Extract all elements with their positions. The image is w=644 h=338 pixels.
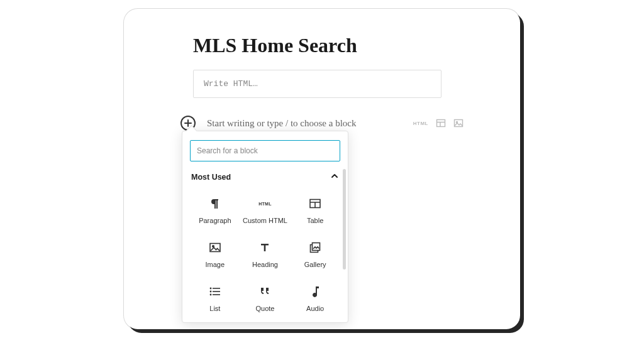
block-audio[interactable]: Audio [290, 277, 340, 320]
block-label: Paragraph [199, 217, 231, 224]
block-label: List [209, 305, 220, 312]
paragraph-icon [210, 197, 220, 210]
block-label: Heading [252, 261, 278, 268]
block-list[interactable]: List [190, 277, 240, 320]
image-icon[interactable] [453, 118, 464, 128]
quote-icon [259, 285, 270, 298]
list-icon [209, 285, 221, 298]
table-icon[interactable] [436, 118, 446, 128]
block-label: Audio [306, 305, 324, 312]
block-label: Table [307, 217, 323, 224]
svg-point-2 [457, 122, 458, 123]
block-paragraph[interactable]: Paragraph [190, 189, 240, 232]
svg-rect-1 [455, 120, 463, 127]
block-inserter-popover: Most Used Paragraph HTML Custom HTML T [182, 131, 348, 323]
html-mode-icon[interactable]: HTML [413, 121, 428, 126]
editor-frame: MLS Home Search Write HTML… Start writin… [124, 9, 520, 329]
block-quote[interactable]: Quote [240, 277, 291, 320]
svg-rect-10 [213, 291, 220, 292]
new-block-row: Start writing or type / to choose a bloc… [180, 116, 501, 131]
block-table[interactable]: Table [290, 189, 340, 232]
block-custom-html[interactable]: HTML Custom HTML [240, 189, 291, 232]
block-label: Image [206, 261, 225, 268]
html-icon: HTML [258, 197, 272, 210]
svg-point-5 [213, 246, 214, 248]
section-title: Most Used [191, 173, 231, 182]
block-prompt-text[interactable]: Start writing or type / to choose a bloc… [207, 118, 356, 129]
svg-rect-0 [437, 120, 445, 127]
section-header[interactable]: Most Used [191, 172, 339, 183]
block-label: Quote [256, 305, 275, 312]
svg-rect-8 [213, 288, 220, 289]
block-image[interactable]: Image [190, 233, 240, 276]
svg-point-7 [209, 288, 211, 290]
svg-point-9 [209, 291, 211, 293]
block-label: Gallery [304, 261, 326, 268]
block-search-input[interactable] [190, 140, 340, 161]
svg-rect-12 [213, 294, 220, 295]
gallery-icon [309, 241, 321, 254]
image-icon [209, 241, 221, 254]
audio-icon [311, 285, 319, 298]
page-title[interactable]: MLS Home Search [193, 34, 501, 57]
heading-icon [259, 241, 270, 254]
block-label: Custom HTML [243, 217, 287, 224]
block-toolbar: HTML [413, 118, 464, 128]
block-grid: Paragraph HTML Custom HTML Table Image [190, 189, 340, 320]
svg-rect-6 [313, 243, 320, 251]
svg-point-11 [209, 294, 211, 296]
html-block-input[interactable]: Write HTML… [193, 70, 441, 98]
chevron-up-icon[interactable] [330, 172, 339, 183]
block-heading[interactable]: Heading [240, 233, 291, 276]
table-icon [309, 197, 321, 210]
block-gallery[interactable]: Gallery [290, 233, 340, 276]
scrollbar-thumb[interactable] [343, 169, 346, 270]
